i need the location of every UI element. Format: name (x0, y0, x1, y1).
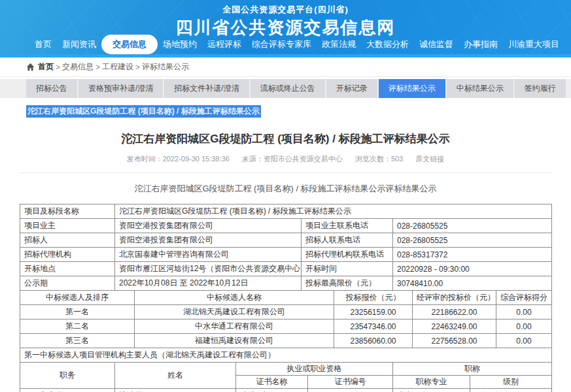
value-owner: 资阳空港投资集团有限公司 (115, 219, 302, 233)
candidate-bid-price: 23256159.00 (334, 305, 413, 319)
candidate-score: 0.00 (496, 305, 552, 319)
breadcrumb-construction[interactable]: 工程建设 (102, 61, 133, 73)
view-count: 浏览次数：503 (355, 155, 403, 163)
project-info-table: 项目及标段名称 沱江右岸资阳城区G段堤防工程 (项目名称) / 标段施工评标结果… (20, 204, 552, 291)
breadcrumb-separator: > (95, 63, 100, 72)
tab-prequalification-addendum[interactable]: 资格预审补遗/澄清 (78, 79, 163, 98)
staff-table: 第一中标候选人项目管理机构主要人员（湖北锦天禹建设工程有限公司） 职务 姓名 执… (20, 348, 552, 392)
label-agency: 招标代理机构 (20, 248, 115, 262)
staff-cert-no: 鄂242212222505 (308, 389, 393, 392)
breadcrumb-evaluation-result[interactable]: 评标结果公示 (142, 61, 189, 73)
tab-evaluation-result[interactable]: 评标结果公示 (379, 79, 445, 98)
table-row: 项目业主 资阳空港投资集团有限公司 项目业主联系电话 028-26805525 (20, 219, 552, 233)
staff-row: 项目负责人 沈述林 建造师证 鄂242212222505 水利 二级 (20, 389, 552, 392)
value-tenderer-phone: 028-26805525 (393, 233, 552, 248)
main-nav: 首页 新闻资讯 交易信息 场地预约 远程评标 综合评标专家库 政策法规 大数据分… (0, 35, 571, 54)
candidate-evaluated-price: 22463249.00 (413, 319, 496, 334)
staff-section-title-row: 第一中标候选人项目管理机构主要人员（湖北锦天禹建设工程有限公司） (20, 348, 552, 363)
candidate-score: 0.00 (496, 334, 552, 348)
nav-item-remote-evaluation[interactable]: 远程评标 (202, 35, 247, 54)
label-owner: 项目业主 (20, 219, 115, 233)
header-title-group: 职称 (393, 363, 552, 376)
tab-tender-doc-addendum[interactable]: 招标文件补遗/澄清 (164, 79, 249, 98)
header-score: 综合评标得分 (496, 291, 552, 305)
label-publicity-period: 公示期 (20, 276, 115, 291)
nav-item-policy[interactable]: 政策法规 (317, 35, 361, 54)
home-icon (26, 63, 35, 71)
source: 来源：资阳市公共资源交易中心 (242, 155, 343, 163)
candidate-name: 湖北锦天禹建设工程有限公司 (135, 305, 334, 319)
value-max-price: 30748410.00 (393, 276, 552, 291)
header-accent-strip (0, 54, 571, 57)
candidate-rank: 第二名 (20, 319, 135, 334)
table-row: 开标地点 资阳市雁江区河埝街12号（资阳市公共资源交易中心） 开标时间 2022… (20, 262, 552, 276)
label-tenderer-phone: 招标人联系电话 (302, 233, 393, 248)
header-title-major: 职称专业 (393, 376, 470, 389)
tab-tender-announcement[interactable]: 招标公告 (26, 79, 77, 98)
candidates-header-row: 中标候选人及排序 中标候选人名称 投标报价（元） 经评审的投标价（元） 综合评标… (20, 291, 552, 305)
page-title: 沱江右岸资阳城区G段堤防工程 (项目名称) / 标段施工评标结果公示 (0, 131, 571, 146)
platform-title: 全国公共资源交易平台(四川省) (0, 0, 571, 16)
article-meta: 发布时间：2022-09-30 15:38:36 来源：资阳市公共资源交易中心 … (0, 154, 571, 164)
nav-item-home[interactable]: 首页 (29, 35, 57, 54)
original-link[interactable]: 原文链接 (415, 155, 444, 163)
candidate-bid-price: 23856060.00 (334, 334, 413, 348)
candidate-score: 0.00 (496, 319, 552, 334)
table-row: 公示期 2022年10月08日 至 2022年10月12日 投标最高限价（元） … (20, 276, 552, 291)
label-opening-time: 开标时间 (302, 262, 393, 276)
staff-position: 项目负责人 (20, 389, 115, 392)
header-bid-price: 投标报价（元） (334, 291, 413, 305)
value-owner-phone: 028-26805525 (393, 219, 552, 233)
tab-award-result[interactable]: 中标结果公示 (447, 79, 513, 98)
staff-header-row-1: 职务 姓名 执业或职业资格 职称 (20, 363, 552, 376)
highlighted-result-link[interactable]: 沱江右岸资阳城区G段堤防工程 (项目名称) / 标段施工评标结果公示 (26, 105, 261, 118)
value-opening-time: 20220928 - 09:30:00 (393, 262, 552, 276)
staff-title-level: 二级 (470, 389, 552, 392)
label-owner-phone: 项目业主联系电话 (302, 219, 393, 233)
nav-item-trade-info[interactable]: 交易信息 (101, 35, 158, 54)
candidate-row: 第三名 福建恒禹建设有限公司 23856060.00 22756528.00 0… (20, 334, 552, 348)
candidate-row: 第一名 湖北锦天禹建设工程有限公司 23256159.00 22186622.0… (20, 305, 552, 319)
candidate-name: 福建恒禹建设有限公司 (135, 334, 334, 348)
first-candidate-staff-title: 第一中标候选人项目管理机构主要人员（湖北锦天禹建设工程有限公司） (20, 348, 552, 363)
label-project-name: 项目及标段名称 (20, 204, 115, 219)
header-evaluated-price: 经评审的投标价（元） (413, 291, 496, 305)
nav-item-integrity[interactable]: 诚信监督 (414, 35, 459, 54)
candidates-table: 中标候选人及排序 中标候选人名称 投标报价（元） 经评审的投标价（元） 综合评标… (20, 290, 552, 348)
nav-item-service-guide[interactable]: 办事指南 (459, 35, 503, 54)
header-candidate-name: 中标候选人名称 (135, 291, 334, 305)
nav-item-expert-pool[interactable]: 综合评标专家库 (247, 35, 317, 54)
table-row: 招标人 资阳空港投资集团有限公司 招标人联系电话 028-26805525 (20, 233, 552, 248)
candidate-evaluated-price: 22186622.00 (413, 305, 496, 319)
label-agency-phone: 招标代理机构联系电话 (302, 248, 393, 262)
result-tables: 项目及标段名称 沱江右岸资阳城区G段堤防工程 (项目名称) / 标段施工评标结果… (20, 204, 551, 392)
candidate-bid-price: 23547346.00 (334, 319, 413, 334)
value-agency-phone: 028-85317372 (393, 248, 552, 262)
header-rank: 中标候选人及排序 (20, 291, 135, 305)
label-tenderer: 招标人 (20, 233, 115, 248)
table-row: 项目及标段名称 沱江右岸资阳城区G段堤防工程 (项目名称) / 标段施工评标结果… (20, 204, 552, 219)
tab-failed-or-terminated[interactable]: 流标或终止公告 (251, 79, 325, 98)
candidate-evaluated-price: 22756528.00 (413, 334, 496, 348)
nav-item-big-data[interactable]: 大数据分析 (361, 35, 414, 54)
candidate-row: 第二名 中水华通工程有限公司 23547346.00 22463249.00 0… (20, 319, 552, 334)
divider (20, 172, 551, 173)
staff-cert-name: 建造师证 (236, 389, 308, 392)
header-cert-name: 证书名称 (236, 376, 308, 389)
publish-time: 发布时间：2022-09-30 15:38:36 (127, 155, 230, 163)
value-opening-place: 资阳市雁江区河埝街12号（资阳市公共资源交易中心） (115, 262, 302, 276)
nav-item-major-projects[interactable]: 川渝重大项目 (503, 35, 564, 54)
breadcrumb: 首页 > 交易信息 > 工程建设 > 评标结果公示 (0, 57, 571, 77)
table-row: 招标代理机构 北京国泰建中管理咨询有限公司 招标代理机构联系电话 028-853… (20, 248, 552, 262)
label-max-price: 投标最高限价（元） (302, 276, 393, 291)
tab-contract-performance[interactable]: 签约履行 (515, 79, 566, 98)
label-opening-place: 开标地点 (20, 262, 115, 276)
candidate-name: 中水华通工程有限公司 (135, 319, 334, 334)
staff-name: 沈述林 (115, 389, 236, 392)
breadcrumb-trade-info[interactable]: 交易信息 (62, 61, 94, 73)
article-subtitle: 沱江右岸资阳城区G段堤防工程 (项目名称) / 标段施工评标结果公示评标结果公示 (0, 183, 571, 195)
nav-item-news[interactable]: 新闻资讯 (57, 35, 101, 54)
nav-item-venue-booking[interactable]: 场地预约 (158, 35, 202, 54)
breadcrumb-home[interactable]: 首页 (38, 61, 54, 73)
tab-bid-opening-record[interactable]: 开标记录 (326, 79, 377, 98)
